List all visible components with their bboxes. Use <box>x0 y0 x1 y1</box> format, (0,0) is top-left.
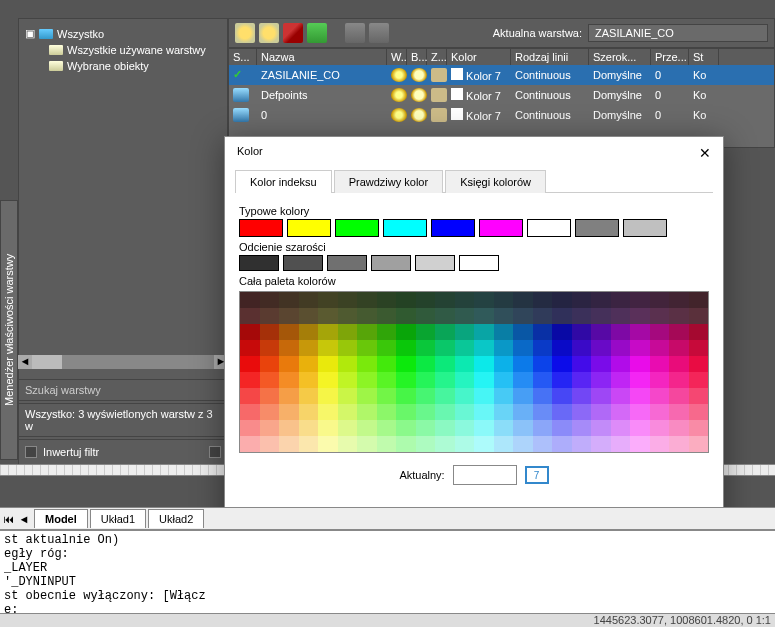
palette-cell[interactable] <box>611 436 631 452</box>
palette-cell[interactable] <box>533 308 553 324</box>
palette-cell[interactable] <box>435 292 455 308</box>
palette-cell[interactable] <box>240 324 260 340</box>
palette-cell[interactable] <box>396 372 416 388</box>
palette-cell[interactable] <box>513 308 533 324</box>
palette-cell[interactable] <box>669 404 689 420</box>
palette-cell[interactable] <box>357 308 377 324</box>
tree-used[interactable]: Wszystkie używane warstwy <box>25 42 221 58</box>
palette-cell[interactable] <box>669 292 689 308</box>
invert-filter-checkbox[interactable] <box>25 446 37 458</box>
tab-color-books[interactable]: Księgi kolorów <box>445 170 546 193</box>
palette-cell[interactable] <box>533 356 553 372</box>
palette-cell[interactable] <box>650 404 670 420</box>
palette-cell[interactable] <box>357 420 377 436</box>
palette-cell[interactable] <box>455 388 475 404</box>
palette-cell[interactable] <box>299 324 319 340</box>
palette-cell[interactable] <box>650 388 670 404</box>
col-linetype[interactable]: Rodzaj linii <box>511 49 589 65</box>
palette-cell[interactable] <box>669 388 689 404</box>
palette-cell[interactable] <box>338 308 358 324</box>
palette-cell[interactable] <box>669 372 689 388</box>
secondary-checkbox[interactable] <box>209 446 221 458</box>
scroll-thumb[interactable] <box>32 355 62 369</box>
tab-index-color[interactable]: Kolor indeksu <box>235 170 332 193</box>
palette-cell[interactable] <box>611 420 631 436</box>
palette-cell[interactable] <box>396 308 416 324</box>
palette-cell[interactable] <box>689 436 709 452</box>
palette-cell[interactable] <box>338 292 358 308</box>
palette-title-bar[interactable]: Menedżer właściwości warstwy <box>0 200 18 460</box>
color-swatch[interactable] <box>239 219 283 237</box>
palette-cell[interactable] <box>689 308 709 324</box>
palette-cell[interactable] <box>494 372 514 388</box>
palette-cell[interactable] <box>279 404 299 420</box>
palette-cell[interactable] <box>533 404 553 420</box>
palette-cell[interactable] <box>279 388 299 404</box>
palette-cell[interactable] <box>650 436 670 452</box>
cursor-icon[interactable] <box>345 23 365 43</box>
palette-cell[interactable] <box>572 388 592 404</box>
palette-cell[interactable] <box>435 404 455 420</box>
palette-cell[interactable] <box>591 372 611 388</box>
palette-cell[interactable] <box>552 356 572 372</box>
color-swatch[interactable] <box>451 68 463 80</box>
palette-cell[interactable] <box>533 436 553 452</box>
palette-cell[interactable] <box>260 372 280 388</box>
palette-cell[interactable] <box>689 340 709 356</box>
palette-cell[interactable] <box>494 292 514 308</box>
palette-cell[interactable] <box>513 388 533 404</box>
palette-cell[interactable] <box>318 436 338 452</box>
palette-cell[interactable] <box>416 308 436 324</box>
palette-cell[interactable] <box>474 372 494 388</box>
palette-cell[interactable] <box>630 308 650 324</box>
palette-cell[interactable] <box>650 324 670 340</box>
palette-cell[interactable] <box>689 420 709 436</box>
palette-cell[interactable] <box>260 308 280 324</box>
palette-cell[interactable] <box>455 436 475 452</box>
palette-cell[interactable] <box>552 420 572 436</box>
palette-cell[interactable] <box>630 292 650 308</box>
palette-cell[interactable] <box>416 420 436 436</box>
palette-cell[interactable] <box>455 340 475 356</box>
palette-cell[interactable] <box>338 340 358 356</box>
palette-cell[interactable] <box>591 436 611 452</box>
palette-cell[interactable] <box>474 340 494 356</box>
palette-cell[interactable] <box>396 404 416 420</box>
color-swatch[interactable] <box>527 219 571 237</box>
color-swatch[interactable] <box>451 108 463 120</box>
palette-cell[interactable] <box>455 292 475 308</box>
palette-cell[interactable] <box>513 292 533 308</box>
grid-header[interactable]: S... Nazwa W.. B... Z... Kolor Rodzaj li… <box>229 49 774 65</box>
palette-cell[interactable] <box>299 356 319 372</box>
palette-cell[interactable] <box>669 356 689 372</box>
palette-cell[interactable] <box>533 420 553 436</box>
palette-cell[interactable] <box>260 388 280 404</box>
palette-cell[interactable] <box>260 292 280 308</box>
palette-cell[interactable] <box>552 388 572 404</box>
color-swatch[interactable] <box>287 219 331 237</box>
palette-cell[interactable] <box>650 372 670 388</box>
palette-cell[interactable] <box>494 404 514 420</box>
palette-cell[interactable] <box>611 292 631 308</box>
palette-cell[interactable] <box>299 340 319 356</box>
palette-cell[interactable] <box>396 436 416 452</box>
palette-cell[interactable] <box>240 340 260 356</box>
palette-cell[interactable] <box>240 308 260 324</box>
current-color-input[interactable] <box>453 465 517 485</box>
palette-cell[interactable] <box>494 308 514 324</box>
palette-cell[interactable] <box>474 292 494 308</box>
col-name[interactable]: Nazwa <box>257 49 387 65</box>
palette-cell[interactable] <box>338 436 358 452</box>
palette-cell[interactable] <box>279 356 299 372</box>
palette-cell[interactable] <box>377 404 397 420</box>
palette-cell[interactable] <box>513 324 533 340</box>
palette-cell[interactable] <box>611 308 631 324</box>
tab-nav-prev-icon[interactable]: ◄ <box>16 513 32 525</box>
palette-cell[interactable] <box>318 308 338 324</box>
palette-cell[interactable] <box>533 324 553 340</box>
palette-cell[interactable] <box>494 356 514 372</box>
palette-cell[interactable] <box>240 420 260 436</box>
color-swatch[interactable] <box>575 219 619 237</box>
palette-cell[interactable] <box>416 356 436 372</box>
palette-cell[interactable] <box>435 420 455 436</box>
